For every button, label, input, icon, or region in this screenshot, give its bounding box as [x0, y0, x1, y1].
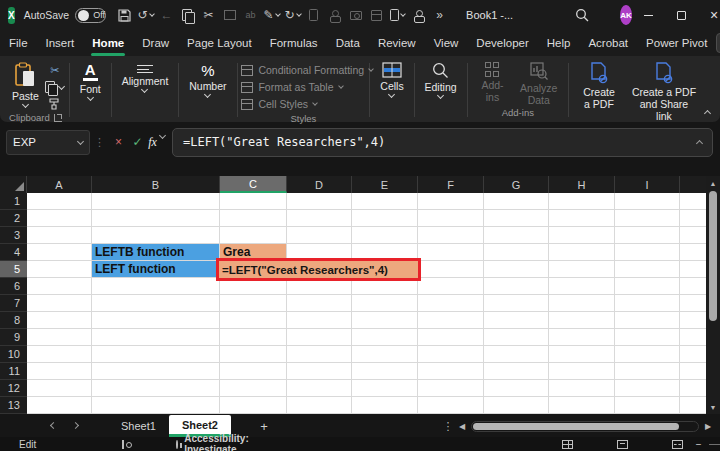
maximize-button[interactable]: [665, 0, 698, 30]
cell-H2[interactable]: [549, 210, 615, 227]
close-button[interactable]: ×: [698, 0, 720, 30]
column-header-B[interactable]: B: [92, 176, 220, 193]
redo-button[interactable]: ↻: [282, 3, 303, 27]
tab-formulas[interactable]: Formulas: [261, 30, 327, 56]
protect-button[interactable]: [408, 3, 429, 27]
cell-D10[interactable]: [287, 346, 352, 363]
cell-B9[interactable]: [92, 329, 220, 346]
column-header-partial[interactable]: [680, 176, 706, 193]
cell-B12[interactable]: [92, 380, 220, 397]
cell-C1[interactable]: [220, 193, 287, 210]
cell-F9[interactable]: [418, 329, 484, 346]
cell-G6[interactable]: [484, 278, 549, 295]
cell-B8[interactable]: [92, 312, 220, 329]
cell-B3[interactable]: [92, 227, 220, 244]
row-header-4[interactable]: 4: [0, 244, 27, 261]
cell-partial-4[interactable]: [680, 244, 706, 261]
cell-I1[interactable]: [615, 193, 680, 210]
cell-I2[interactable]: [615, 210, 680, 227]
tab-file[interactable]: File: [0, 30, 37, 56]
create-pdf-button[interactable]: Create a PDF: [573, 59, 625, 110]
draw-mode-button[interactable]: ✎: [261, 3, 282, 27]
cell-D7[interactable]: [287, 295, 352, 312]
cell-A2[interactable]: [27, 210, 92, 227]
tab-page-layout[interactable]: Page Layout: [178, 30, 261, 56]
camera-button[interactable]: [345, 3, 366, 27]
cell-I7[interactable]: [615, 295, 680, 312]
cell-F4[interactable]: [418, 244, 484, 261]
cell-E8[interactable]: [352, 312, 418, 329]
formula-input[interactable]: =LEFT("Great Researchers",4): [172, 128, 713, 157]
search-button[interactable]: [571, 3, 592, 27]
cell-partial-7[interactable]: [680, 295, 706, 312]
row-header-2[interactable]: 2: [0, 210, 27, 227]
cell-C12[interactable]: [220, 380, 287, 397]
cell-partial-6[interactable]: [680, 278, 706, 295]
zoom-slider[interactable]: [709, 444, 720, 445]
cell-I9[interactable]: [615, 329, 680, 346]
tab-review[interactable]: Review: [369, 30, 425, 56]
cell-G8[interactable]: [484, 312, 549, 329]
cell-A12[interactable]: [27, 380, 92, 397]
add-sheet-button[interactable]: +: [249, 415, 279, 437]
next-sheet-button[interactable]: [64, 415, 86, 437]
collapse-formula-bar-icon[interactable]: [696, 140, 703, 147]
cell-E12[interactable]: [352, 380, 418, 397]
row-header-10[interactable]: 10: [0, 346, 27, 363]
cell-A3[interactable]: [27, 227, 92, 244]
cell-C8[interactable]: [220, 312, 287, 329]
scroll-up-arrow[interactable]: ▲: [706, 176, 720, 190]
cell-E10[interactable]: [352, 346, 418, 363]
cell-C10[interactable]: [220, 346, 287, 363]
row-header-12[interactable]: 12: [0, 380, 27, 397]
lookup-sheet-button[interactable]: [366, 3, 387, 27]
macro-record-icon[interactable]: [122, 440, 124, 449]
column-header-A[interactable]: A: [27, 176, 92, 193]
cell-E9[interactable]: [352, 329, 418, 346]
cell-G5[interactable]: [484, 261, 549, 278]
cell-F2[interactable]: [418, 210, 484, 227]
cell-partial-5[interactable]: [680, 261, 706, 278]
minimize-button[interactable]: [632, 0, 665, 30]
save-button[interactable]: [114, 3, 135, 27]
cell-E3[interactable]: [352, 227, 418, 244]
tab-acrobat[interactable]: Acrobat: [579, 30, 637, 56]
cell-partial-12[interactable]: [680, 380, 706, 397]
cell-I13[interactable]: [615, 397, 680, 414]
cell-D8[interactable]: [287, 312, 352, 329]
cell-G10[interactable]: [484, 346, 549, 363]
cell-partial-8[interactable]: [680, 312, 706, 329]
row-header-1[interactable]: 1: [0, 193, 27, 210]
cell-partial-3[interactable]: [680, 227, 706, 244]
cell-D2[interactable]: [287, 210, 352, 227]
cell-I4[interactable]: [615, 244, 680, 261]
styles-item-format-as-table[interactable]: Format as Table: [241, 79, 342, 95]
cell-F11[interactable]: [418, 363, 484, 380]
cell-H8[interactable]: [549, 312, 615, 329]
cell-F8[interactable]: [418, 312, 484, 329]
new-file-button[interactable]: [303, 3, 324, 27]
comments-button[interactable]: Comments: [716, 33, 720, 53]
sheet-tab-sheet1[interactable]: Sheet1: [108, 415, 169, 437]
export-button[interactable]: [387, 3, 408, 27]
cell-B4[interactable]: LEFTB function: [92, 244, 220, 261]
cell-F12[interactable]: [418, 380, 484, 397]
cell-A8[interactable]: [27, 312, 92, 329]
cell-H9[interactable]: [549, 329, 615, 346]
vertical-scroll-thumb[interactable]: [709, 191, 717, 321]
cell-G3[interactable]: [484, 227, 549, 244]
scroll-left-arrow[interactable]: ◀: [456, 422, 468, 431]
cell-H5[interactable]: [549, 261, 615, 278]
cell-D11[interactable]: [287, 363, 352, 380]
tab-power-pivot[interactable]: Power Pivot: [637, 30, 716, 56]
cut-button[interactable]: ✂: [198, 3, 219, 27]
cell-B2[interactable]: [92, 210, 220, 227]
cell-I6[interactable]: [615, 278, 680, 295]
cell-H7[interactable]: [549, 295, 615, 312]
font-menu-button[interactable]: A Font: [74, 59, 107, 100]
zoom-out-button[interactable]: −: [696, 439, 702, 450]
cell-G7[interactable]: [484, 295, 549, 312]
cell-B11[interactable]: [92, 363, 220, 380]
horizontal-scrollbar[interactable]: ◀ ▶: [456, 415, 714, 437]
cell-H4[interactable]: [549, 244, 615, 261]
